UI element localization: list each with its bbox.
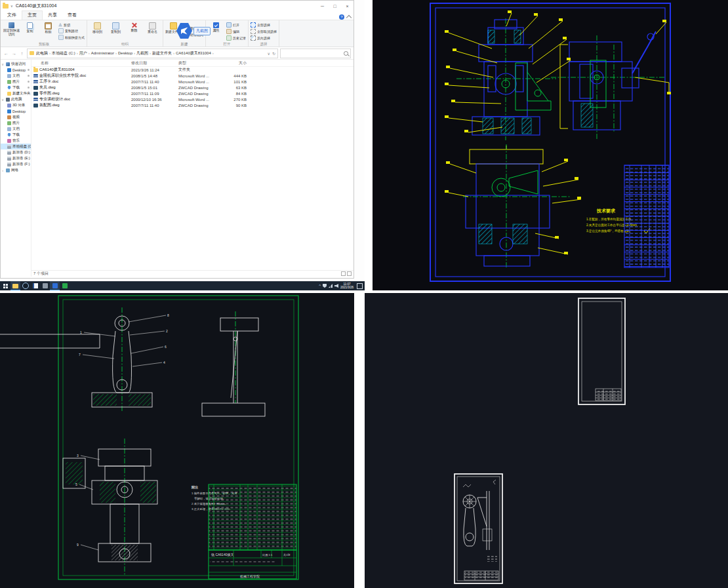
search-box[interactable] [280, 49, 351, 58]
crumb-current[interactable]: CA6140拨叉831004 [176, 50, 215, 56]
taskbar-browser-button[interactable] [20, 281, 30, 290]
sidebar-item-downloads[interactable]: 下载 [1, 85, 31, 90]
balloon: 4 [163, 361, 165, 364]
app-icon [43, 283, 48, 288]
sidebar-item-pictures[interactable]: 图片 [1, 79, 31, 85]
word-doc-icon [33, 80, 38, 84]
taskbar-cad-button[interactable] [60, 281, 70, 290]
taskbar-screenshot-button[interactable] [50, 281, 60, 290]
volume-icon[interactable] [334, 284, 338, 288]
file-row[interactable]: 金陵机床职业技术学院.doc 2008/1/5 14:48 Microsoft … [31, 73, 354, 79]
sidebar-item-volume-e[interactable]: 新加卷 (E:) [1, 155, 31, 161]
ribbon-group-clipboard: 固定到快速访问 复制 粘贴 剪切 [1, 20, 87, 47]
search-input[interactable] [283, 50, 344, 56]
invert-selection-button[interactable]: 反向选择 [251, 35, 277, 41]
clock[interactable]: 11:07 2021/3/26 [340, 283, 354, 290]
back-icon[interactable]: ← [3, 51, 9, 56]
qat-dropdown-icon[interactable]: ∨ [10, 4, 13, 8]
sidebar-item-pc-pictures[interactable]: 图片 [1, 120, 31, 126]
move-to-button[interactable]: 移动到 [89, 21, 106, 41]
close-button[interactable]: × [341, 1, 354, 11]
tab-view[interactable]: 查看 [62, 11, 82, 20]
copy-to-button[interactable]: 复制到 [108, 21, 124, 41]
sidebar-this-pc[interactable]: ∨ 此电脑 [1, 96, 31, 102]
crumb-new-folder[interactable]: 新建文件夹 [152, 50, 176, 56]
delete-button[interactable]: 删除 [126, 21, 142, 41]
open-button[interactable]: 打开 [226, 22, 246, 28]
sidebar-item-music[interactable]: 音乐 [1, 138, 31, 144]
maximize-button[interactable]: □ [329, 1, 341, 11]
sidebar-quick-access[interactable]: ∨ 快速访问 [1, 61, 31, 67]
view-list-icon[interactable] [341, 271, 346, 276]
cut-button[interactable]: 剪切 [58, 23, 85, 27]
quick-access-toolbar[interactable]: ∨ [3, 4, 13, 9]
crumb-fanjietu[interactable]: 凡截图 [136, 50, 152, 56]
select-none-button[interactable]: 全部取消选择 [251, 29, 277, 34]
action-center-icon[interactable] [357, 283, 363, 289]
crumb-users[interactable]: 用户 [79, 50, 91, 56]
downloads-icon [7, 86, 11, 90]
column-type[interactable]: 类型 [178, 60, 219, 66]
security-icon[interactable] [323, 284, 327, 288]
pin-to-quick-access-button[interactable]: 固定到快速访问 [3, 21, 20, 41]
file-row[interactable]: 装配图.dwg 2007/7/11 11:40 ZWCAD Drawing 90… [31, 102, 354, 108]
copy-button[interactable]: 复制 [22, 21, 38, 41]
taskbar-app-button[interactable] [40, 281, 50, 290]
start-button[interactable] [0, 281, 10, 290]
forward-icon[interactable]: → [11, 51, 17, 56]
paste-shortcut-button[interactable]: 粘贴快捷方式 [58, 35, 85, 40]
history-button[interactable]: 历史记录 [226, 35, 246, 41]
crumb-administrator[interactable]: Administrator [91, 51, 118, 55]
assembly-drawing: 技术要求 1.装配前，所有零件均需清洗干净。 2.夹具定位面对工作台平行度≤2~… [373, 0, 728, 290]
column-date[interactable]: 修改日期 [131, 60, 178, 66]
file-row[interactable]: 夹具.dwg 2008/1/5 15:01 ZWCAD Drawing 63 K… [31, 85, 354, 90]
paste-button[interactable]: 粘贴 [40, 21, 56, 41]
sidebar-item-documents[interactable]: 文档 [1, 73, 31, 79]
sidebar-network[interactable]: › 网络 [1, 167, 31, 173]
sidebar-item-pc-desktop[interactable]: Desktop [1, 108, 31, 114]
tab-file[interactable]: 文件 [2, 11, 22, 20]
file-row[interactable]: 专业课程设计.doc 2000/12/10 16:36 Microsoft Wo… [31, 96, 354, 102]
tab-share[interactable]: 共享 [43, 11, 62, 20]
help-icon[interactable]: ? [339, 14, 344, 20]
crumb-desktop[interactable]: Desktop [118, 51, 136, 55]
breadcrumb[interactable]: 此电脑 本地磁盘 (C:) 用户 Administrator Desktop 凡… [27, 49, 278, 58]
rename-button[interactable]: 重命名 [144, 21, 161, 41]
network-tray-icon[interactable] [329, 284, 333, 288]
this-pc-icon [6, 98, 10, 102]
column-name[interactable]: 名称 [31, 60, 131, 66]
copy-path-button[interactable]: 复制路径 [58, 28, 85, 33]
sidebar-item-desktop[interactable]: Desktop [1, 67, 31, 73]
sidebar-item-volume-d[interactable]: 新加卷 (D:) [1, 149, 31, 155]
balloon: 9 [77, 543, 79, 547]
videos-icon [7, 115, 11, 119]
tab-home[interactable]: 主页 [22, 10, 43, 20]
file-row[interactable]: 工序卡.doc 2007/7/11 11:40 Microsoft Word .… [31, 79, 354, 85]
blank-sheet [578, 298, 625, 404]
file-row[interactable]: CA6140拨叉831004 2021/3/26 11:24 文件夹 [31, 67, 354, 73]
sidebar-item-local-disk-c[interactable]: 本地磁盘 (C:) [1, 144, 31, 149]
minimize-button[interactable]: ─ [316, 1, 329, 11]
tray-chevron-icon[interactable]: ^ [319, 284, 321, 288]
file-row[interactable]: 零件图.dwg 2007/7/11 11:09 ZWCAD Drawing 84… [31, 90, 354, 96]
up-icon[interactable]: ↑ [19, 51, 25, 56]
pin-icon [28, 69, 30, 71]
taskbar-explorer-button[interactable] [10, 281, 20, 290]
sidebar-item-videos[interactable]: 视频 [1, 114, 31, 120]
edit-button[interactable]: 编辑 [226, 29, 246, 34]
sidebar-item-new-folder[interactable]: 新建文件夹 [1, 90, 31, 96]
crumb-this-pc[interactable]: 此电脑 [36, 50, 52, 56]
column-size[interactable]: 大小 [219, 60, 247, 66]
rename-icon [149, 22, 156, 29]
address-dropdown-icon[interactable]: ∨ [268, 51, 270, 56]
sidebar-item-pc-documents[interactable]: 文档 [1, 126, 31, 132]
sidebar-item-3d-objects[interactable]: 3D 对象 [1, 102, 31, 108]
pictures-icon [7, 121, 11, 125]
sidebar-item-pc-downloads[interactable]: 下载 [1, 132, 31, 138]
taskbar-word-button[interactable] [30, 281, 40, 290]
refresh-icon[interactable]: ↻ [272, 51, 275, 56]
crumb-local-disk[interactable]: 本地磁盘 (C:) [52, 50, 79, 56]
sidebar-item-volume-f[interactable]: 新加卷 (F:) [1, 161, 31, 167]
view-thumbnails-icon[interactable] [347, 271, 352, 276]
select-all-button[interactable]: 全部选择 [251, 22, 277, 28]
